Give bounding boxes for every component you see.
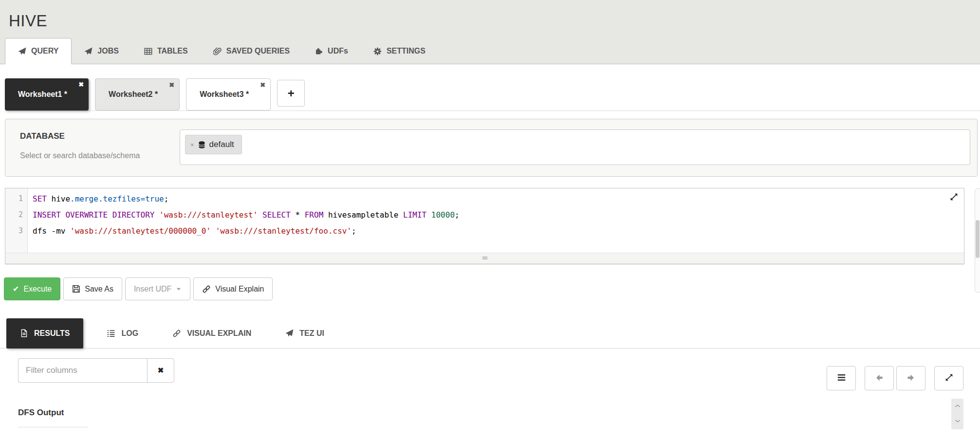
database-panel-title: DATABASE: [20, 131, 180, 141]
visual-explain-button[interactable]: Visual Explain: [193, 277, 273, 300]
check-icon: ✔: [13, 284, 19, 294]
table-icon: [144, 47, 152, 55]
main-tab-bar: QUERYJOBSTABLESSAVED QUERIESUDFsSETTINGS: [0, 38, 980, 64]
puzzle-icon: [315, 47, 323, 55]
worksheet-tab-3[interactable]: Worksheet3 *✖: [186, 78, 271, 110]
paper-plane-icon: [84, 47, 92, 55]
link-icon: [202, 285, 211, 294]
worksheet-tab-label: Worksheet2 *: [109, 90, 158, 99]
database-select[interactable]: × default: [180, 129, 970, 165]
line-number-gutter: 123: [5, 188, 28, 253]
results-column-header: DFS Output: [18, 408, 88, 427]
query-actions: ✔ Execute Save As Insert UDF Visual Expl…: [4, 277, 980, 300]
code-line: SET hive.merge.tezfiles=true;: [33, 191, 460, 207]
drag-handle-icon: [480, 254, 490, 263]
database-panel: DATABASE Select or search database/schem…: [5, 119, 978, 177]
query-code-input[interactable]: SET hive.merge.tezfiles=true;INSERT OVER…: [28, 188, 460, 253]
database-tag: × default: [185, 135, 242, 154]
main-tab-tables[interactable]: TABLES: [131, 38, 201, 64]
caret-down-icon: [176, 286, 182, 292]
query-editor: 123 SET hive.merge.tezfiles=true;INSERT …: [5, 188, 964, 264]
paperclip-icon: [213, 47, 222, 55]
save-as-button[interactable]: Save As: [63, 277, 122, 300]
main-tab-label: SETTINGS: [387, 47, 425, 55]
columns-menu-button[interactable]: [827, 366, 856, 390]
expand-icon: [950, 193, 958, 203]
insert-udf-button[interactable]: Insert UDF: [125, 277, 190, 300]
execute-button[interactable]: ✔ Execute: [4, 277, 60, 300]
column-header-label: DFS Output: [18, 408, 88, 418]
remove-database-tag-button[interactable]: ×: [190, 142, 194, 148]
result-tab-label: TEZ UI: [299, 329, 324, 338]
database-tag-label: default: [209, 140, 234, 149]
main-tab-udfs[interactable]: UDFs: [302, 38, 361, 64]
database-labels: DATABASE Select or search database/schem…: [20, 131, 180, 160]
save-icon: [72, 285, 80, 293]
worksheet-tab-bar: Worksheet1 *✖Worksheet2 *✖Worksheet3 *✖+: [5, 78, 980, 111]
main-tab-jobs[interactable]: JOBS: [72, 38, 131, 64]
app-header: HIVE QUERYJOBSTABLESSAVED QUERIESUDFsSET…: [0, 0, 980, 64]
page-scrollbar-thumb[interactable]: [976, 220, 980, 258]
gear-icon: [373, 47, 382, 55]
result-tab-tez-ui[interactable]: TEZ UI: [279, 318, 330, 349]
result-tab-results[interactable]: RESULTS: [6, 318, 83, 349]
paper-plane-icon: [18, 47, 26, 55]
close-worksheet-icon[interactable]: ✖: [78, 81, 84, 88]
code-area: 123 SET hive.merge.tezfiles=true;INSERT …: [5, 188, 964, 253]
code-line: INSERT OVERWRITE DIRECTORY 'wasb:///stan…: [33, 207, 460, 223]
main-tab-label: JOBS: [97, 47, 119, 55]
chevron-up-icon[interactable]: [954, 402, 961, 411]
database-icon: [198, 141, 206, 149]
main-tab-saved-queries[interactable]: SAVED QUERIES: [201, 38, 302, 64]
result-tab-label: LOG: [121, 329, 138, 338]
result-tab-log[interactable]: LOG: [101, 318, 144, 349]
close-worksheet-icon[interactable]: ✖: [260, 81, 265, 89]
list-icon: [107, 329, 115, 338]
next-columns-button[interactable]: [896, 366, 925, 390]
worksheet-tab-1[interactable]: Worksheet1 *✖: [5, 78, 89, 110]
page-scrollbar[interactable]: [975, 188, 980, 293]
worksheet-tab-label: Worksheet1 *: [18, 90, 67, 99]
paper-plane-icon: [285, 329, 294, 337]
chevron-down-icon[interactable]: [954, 417, 961, 426]
result-tab-label: RESULTS: [34, 329, 70, 338]
page-title: HIVE: [0, 0, 980, 38]
main-tab-settings[interactable]: SETTINGS: [361, 38, 438, 64]
close-worksheet-icon[interactable]: ✖: [169, 81, 174, 89]
main-tab-label: UDFs: [328, 47, 348, 55]
arrow-left-icon: [875, 373, 884, 384]
expand-editor-button[interactable]: [950, 193, 958, 203]
line-number: 1: [5, 191, 23, 207]
line-number: 2: [5, 207, 23, 223]
arrow-right-icon: [906, 373, 915, 384]
line-number: 3: [5, 223, 23, 239]
result-tab-label: VISUAL EXPLAIN: [187, 329, 251, 338]
worksheet-tab-2[interactable]: Worksheet2 *✖: [95, 78, 180, 110]
previous-columns-button[interactable]: [865, 366, 894, 390]
result-tab-visual-explain[interactable]: VISUAL EXPLAIN: [166, 318, 257, 349]
clear-filter-button[interactable]: ✖: [147, 358, 174, 383]
main-tab-label: TABLES: [157, 47, 188, 55]
filter-columns-input[interactable]: [18, 358, 147, 383]
result-tab-bar: RESULTSLOGVISUAL EXPLAINTEZ UI: [0, 318, 980, 349]
code-line: dfs -mv 'wasb:///stanleytest/000000_0' '…: [33, 223, 460, 239]
main-tab-query[interactable]: QUERY: [5, 38, 72, 64]
expand-icon: [945, 373, 953, 383]
results-scrollbar[interactable]: [951, 399, 963, 429]
new-worksheet-button[interactable]: +: [277, 80, 305, 107]
editor-resize-bar[interactable]: [5, 253, 964, 264]
link-icon: [172, 329, 181, 338]
grid-nav-buttons: [827, 366, 963, 390]
worksheet-tab-label: Worksheet3 *: [200, 90, 249, 99]
main-tab-label: SAVED QUERIES: [226, 47, 290, 55]
document-icon: [20, 329, 28, 337]
fullscreen-results-button[interactable]: [934, 366, 963, 390]
column-header-divider: [18, 427, 88, 427]
database-panel-subtitle: Select or search database/schema: [20, 151, 180, 160]
menu-icon: [837, 373, 846, 384]
main-tab-label: QUERY: [31, 47, 58, 55]
